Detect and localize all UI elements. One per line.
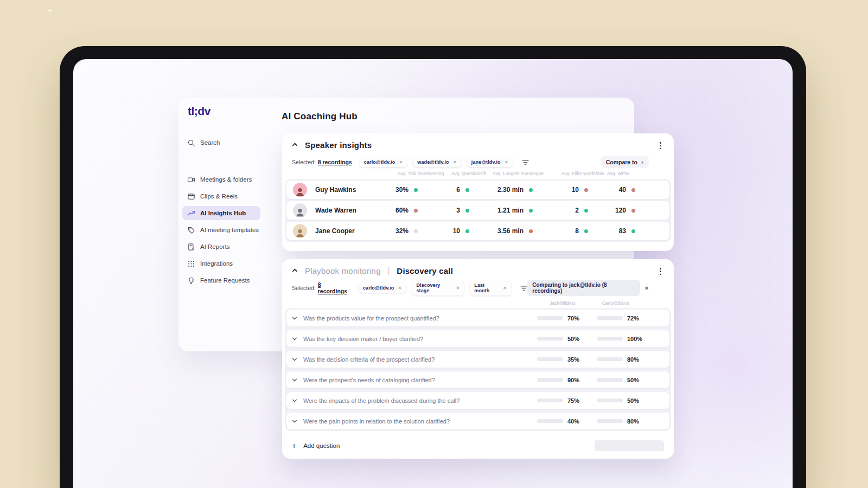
comparison-bars: 40%80% (537, 418, 664, 425)
filter-chip-jane-tldv-io[interactable]: jane@tldv.io✕ (467, 157, 513, 167)
more-options-icon[interactable] (658, 266, 663, 277)
plus-icon[interactable]: + (292, 441, 296, 450)
progress-percent: 90% (567, 377, 588, 383)
sidebar-item-ai-insights-hub[interactable]: AI Insights Hub (182, 206, 260, 220)
add-question-button[interactable]: Add question (303, 442, 340, 449)
sidebar-item-feature-requests[interactable]: Feature Requests (182, 273, 260, 287)
bar-group-carlo-tldv-io: 80% (597, 356, 648, 363)
metric-value: 10 (453, 227, 460, 235)
background-plus-decoration: + (48, 5, 53, 15)
avatar-cell (289, 224, 307, 238)
metric-value: 3.56 min (497, 227, 524, 235)
sidebar-item-clips-reels[interactable]: Clips & Reels (182, 189, 260, 203)
metric-avg-filler-words-min: 8 (537, 227, 592, 235)
sidebar-item-label: Integrations (200, 260, 233, 267)
chip-remove-icon[interactable]: ✕ (456, 285, 459, 291)
filter-chip-last-month[interactable]: Last month✕ (470, 280, 511, 296)
chip-remove-icon[interactable]: ✕ (398, 285, 401, 291)
comparing-to-badge[interactable]: Comparing to jack@tldv.io (8 recordings) (527, 280, 640, 296)
chevron-down-icon[interactable] (292, 355, 297, 364)
status-dot-red (414, 209, 418, 213)
filter-icon[interactable] (522, 159, 529, 165)
filter-chip-wade-tldv-io[interactable]: wade@tldv.io✕ (413, 157, 461, 167)
filter-chip-carlo-tldv-io[interactable]: carlo@tldv.io✕ (360, 157, 407, 167)
sidebar-item-meetings-folders[interactable]: Meetings & folders (182, 172, 260, 187)
chip-remove-icon[interactable]: ✕ (399, 159, 403, 165)
collapse-chevron-up-icon[interactable] (292, 140, 298, 150)
chip-remove-icon[interactable]: ✕ (505, 159, 508, 165)
question-text: Was the key decision maker / buyer clari… (303, 336, 423, 342)
progress-percent: 50% (627, 397, 648, 404)
question-row[interactable]: Was the key decision maker / buyer clari… (286, 330, 669, 347)
status-dot-green (465, 229, 469, 233)
compare-to-button[interactable]: Compare to › (601, 156, 649, 168)
filter-chip-discovery-stage[interactable]: Discovery stage✕ (412, 280, 464, 296)
filter-chip-carlo-tldv-io[interactable]: carlo@tldv.io✕ (359, 283, 406, 293)
progress-bar (537, 316, 563, 320)
status-dot-green (631, 229, 635, 233)
question-row[interactable]: Was the products value for the prospect … (286, 310, 669, 326)
question-text: Were the prospect's needs of cataloging … (303, 377, 435, 383)
sidebar-item-ai-meeting-templates[interactable]: AI meeting templates (182, 223, 260, 237)
speaker-table: Guy Hawkins30%62.30 min1040Wade Warren60… (285, 179, 671, 242)
collapse-chevron-up-icon[interactable] (292, 266, 298, 275)
progress-bar (597, 378, 623, 382)
chevron-down-icon[interactable] (292, 396, 297, 406)
laptop-screen: tl;dv Search Meetings & foldersClips & R… (73, 59, 793, 488)
metric-value: 3 (456, 207, 460, 214)
sidebar-search[interactable]: Search (182, 136, 260, 150)
column-header-avg-wpm: Avg. WPM (607, 171, 629, 176)
status-dot-red (631, 209, 635, 213)
page-title: AI Coaching Hub (282, 111, 358, 122)
more-options-icon[interactable] (658, 140, 663, 151)
bar-column-carlo: Carlo@tldv.io (586, 300, 646, 306)
playbook-card-header: Playbook monitoring | Discovery call (292, 266, 453, 275)
bar-group-carlo-tldv-io: 80% (597, 418, 648, 425)
remove-comparison-icon[interactable]: ✕ (644, 285, 649, 291)
question-row[interactable]: Were the pain points in relation to the … (286, 413, 669, 429)
question-row[interactable]: Were the impacts of the problem discusse… (286, 392, 669, 409)
sidebar-item-label: AI meeting templates (200, 227, 259, 233)
metric-avg-talk-time-meeting: 32% (386, 227, 422, 235)
progress-percent: 80% (627, 356, 648, 363)
chip-label: Discovery stage (417, 282, 452, 293)
speaker-insights-card: Speaker insights Selected: 8 recordings … (282, 133, 674, 251)
trend-chart-icon (187, 209, 195, 217)
question-row[interactable]: Was the decision criteria of the prospec… (286, 351, 669, 368)
title-separator: | (388, 266, 390, 275)
chip-remove-icon[interactable]: ✕ (453, 159, 457, 165)
playbook-monitoring-card: Playbook monitoring | Discovery call Sel… (282, 259, 674, 459)
progress-percent: 100% (627, 336, 648, 342)
laptop-frame: tl;dv Search Meetings & foldersClips & R… (60, 46, 806, 488)
progress-bar (537, 378, 563, 382)
chip-label: wade@tldv.io (417, 159, 449, 165)
question-row[interactable]: Were the prospect's needs of cataloging … (286, 371, 669, 388)
selected-recordings-link[interactable]: 8 recordings (318, 281, 351, 294)
sidebar-item-integrations[interactable]: Integrations (182, 256, 260, 271)
progress-bar (597, 316, 623, 320)
metric-avg-longest-monologue: 3.56 min (474, 227, 537, 235)
sidebar-item-ai-reports[interactable]: AI Reports (182, 240, 260, 254)
chevron-down-icon[interactable] (292, 416, 297, 426)
status-dot-green (529, 188, 533, 192)
question-text: Was the decision criteria of the prospec… (303, 356, 435, 363)
avatar (293, 224, 307, 238)
chevron-down-icon[interactable] (292, 313, 297, 323)
speaker-name: Guy Hawkins (307, 186, 386, 194)
metric-avg-questions-h: 6 (422, 186, 474, 194)
metric-value: 6 (456, 186, 460, 194)
selected-recordings-link[interactable]: 8 recordings (318, 159, 352, 165)
sidebar-menu: Meetings & foldersClips & ReelsAI Insigh… (182, 172, 260, 290)
progress-bar (537, 357, 563, 361)
chevron-down-icon[interactable] (292, 375, 297, 385)
template-tag-icon (187, 226, 195, 234)
bar-group-jack-tldv-io: 75% (537, 397, 588, 404)
bar-group-carlo-tldv-io: 50% (597, 377, 648, 383)
bar-group-carlo-tldv-io: 72% (597, 315, 648, 322)
filter-icon[interactable] (520, 285, 527, 291)
chip-label: jane@tldv.io (471, 159, 501, 165)
sidebar-item-label: AI Reports (200, 243, 229, 250)
chevron-down-icon[interactable] (292, 334, 297, 344)
chip-remove-icon[interactable]: ✕ (503, 285, 507, 291)
playbook-questions-list: Was the products value for the prospect … (285, 308, 671, 431)
